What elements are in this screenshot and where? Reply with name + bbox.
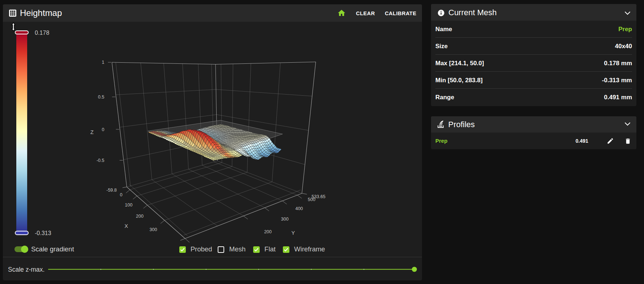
svg-text:X: X: [125, 223, 128, 229]
svg-text:300: 300: [281, 217, 289, 222]
svg-text:0: 0: [102, 127, 104, 132]
svg-text:200: 200: [264, 229, 272, 234]
svg-text:Z: Z: [91, 129, 94, 135]
svg-text:-59.8: -59.8: [106, 188, 117, 193]
svg-text:-0.5: -0.5: [96, 158, 104, 163]
svg-text:400: 400: [295, 206, 303, 211]
svg-text:0: 0: [120, 192, 122, 197]
svg-text:533.65: 533.65: [311, 194, 325, 199]
svg-text:200: 200: [136, 214, 143, 219]
svg-text:0.5: 0.5: [98, 95, 104, 100]
svg-text:300: 300: [150, 227, 157, 232]
svg-text:1: 1: [102, 60, 104, 65]
svg-text:100: 100: [125, 202, 133, 208]
svg-text:Y: Y: [291, 230, 295, 236]
